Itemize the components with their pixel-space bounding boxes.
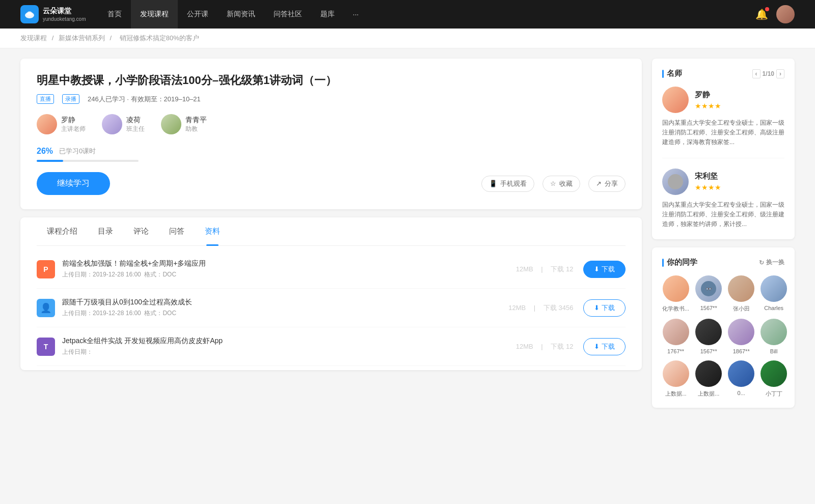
share-label: 分享 [605, 179, 618, 188]
nav-news[interactable]: 新闻资讯 [218, 0, 264, 29]
teacher-sidebar-1: 宋利坚 ★★★★ 国内某重点大学安全工程专业硕士，国家一级注册消防工程师、注册安… [662, 169, 784, 230]
download-button-0[interactable]: ⬇ 下载 [583, 261, 626, 278]
next-page-icon[interactable]: › [776, 69, 784, 78]
teacher-role-1: 班主任 [126, 125, 145, 133]
teacher-sidebar-desc-0: 国内某重点大学安全工程专业硕士，国家一级注册消防工程师、注册安全工程师、高级注册… [662, 118, 784, 148]
course-title: 明星中教授课，小学阶段语法100分–强化级第1讲动词（一） [37, 73, 626, 88]
nav-right: 🔔 [755, 5, 795, 23]
student-3[interactable]: Charles [760, 275, 787, 313]
tab-review[interactable]: 评论 [123, 217, 159, 245]
nav-open[interactable]: 公开课 [178, 0, 218, 29]
resource-title-2: Jetpack全组件实战 开发短视频应用高仿皮皮虾App [62, 337, 506, 346]
student-2[interactable]: 张小田 [728, 275, 754, 313]
nav-items: 首页 发现课程 公开课 新闻资讯 问答社区 题库 ··· [98, 0, 755, 29]
student-name-11: 小丁丁 [760, 390, 787, 398]
student-name-7: Bill [760, 348, 787, 354]
nav-more[interactable]: ··· [344, 0, 368, 29]
favorite-button[interactable]: ☆ 收藏 [542, 176, 580, 192]
student-avatar-2 [728, 275, 754, 302]
resource-title-0: 前端全栈加强版！前端全栈+全周期+多端应用 [62, 259, 506, 268]
student-11[interactable]: 小丁丁 [760, 360, 787, 398]
student-5[interactable]: 1567** [695, 319, 722, 354]
student-name-8: 上数据... [662, 390, 689, 398]
refresh-students-button[interactable]: ↻ 换一换 [759, 258, 784, 267]
student-avatar-10 [728, 360, 754, 387]
student-name-2: 张小田 [728, 305, 754, 313]
resource-stats-1: 12MB | 下载 3456 [505, 303, 576, 313]
student-avatar-1: 👓 [695, 275, 722, 302]
nav-qa[interactable]: 问答社区 [264, 0, 311, 29]
student-6[interactable]: 1867** [728, 319, 754, 354]
student-avatar-3 [760, 275, 787, 302]
student-7[interactable]: Bill [760, 319, 787, 354]
logo[interactable]: 云朵课堂 yunduoketang.com [20, 5, 86, 23]
teacher-sidebar-stars-1: ★★★★ [695, 183, 721, 191]
tabs-section: 课程介绍 目录 评论 问答 资料 P 前端全栈加强版！前端全栈+全周期+多端应用… [20, 217, 642, 370]
student-name-10: 0... [728, 390, 754, 396]
share-button[interactable]: ↗ 分享 [588, 176, 626, 192]
tab-qa[interactable]: 问答 [159, 217, 195, 245]
mobile-icon: 📱 [489, 180, 497, 187]
student-4[interactable]: 1767** [662, 319, 689, 354]
resource-icon-2: T [37, 338, 55, 356]
student-9[interactable]: 上数据... [695, 360, 722, 398]
teachers-row: 罗静 主讲老师 凌荷 班主任 [37, 114, 626, 134]
tabs: 课程介绍 目录 评论 问答 资料 [37, 217, 626, 246]
teacher-name-1: 凌荷 [126, 116, 145, 125]
teacher-sidebar-desc-1: 国内某重点大学安全工程专业硕士，国家一级注册消防工程师、注册安全工程师、级注册建… [662, 200, 784, 230]
teacher-sidebar-0: 罗静 ★★★★ 国内某重点大学安全工程专业硕士，国家一级注册消防工程师、注册安全… [662, 87, 784, 158]
teacher-avatar-2 [161, 114, 181, 134]
mobile-watch-label: 手机观看 [500, 179, 527, 188]
progress-desc: 已学习0课时 [59, 147, 96, 156]
student-name-4: 1767** [662, 348, 689, 354]
mobile-watch-button[interactable]: 📱 手机观看 [481, 176, 534, 192]
student-10[interactable]: 0... [728, 360, 754, 398]
student-avatar-0 [663, 275, 689, 302]
tag-live: 直播 [37, 94, 54, 104]
teachers-pagination[interactable]: ‹ 1/10 › [752, 69, 784, 78]
teacher-sidebar-name-0: 罗静 [695, 90, 721, 100]
resource-meta-2: 上传日期： [62, 348, 506, 356]
nav-discover[interactable]: 发现课程 [131, 0, 178, 29]
student-0[interactable]: 化学教书... [662, 275, 689, 313]
refresh-label: 换一换 [766, 258, 784, 267]
page-indicator: 1/10 [763, 70, 774, 77]
tab-toc[interactable]: 目录 [88, 217, 123, 245]
notification-bell[interactable]: 🔔 [755, 8, 768, 20]
download-button-1[interactable]: ⬇ 下载 [583, 299, 626, 317]
teacher-sidebar-header-0: 罗静 ★★★★ [662, 87, 784, 113]
navbar: 云朵课堂 yunduoketang.com 首页 发现课程 公开课 新闻资讯 问… [0, 0, 815, 29]
nav-quiz[interactable]: 题库 [311, 0, 344, 29]
prev-page-icon[interactable]: ‹ [752, 69, 760, 78]
student-8[interactable]: 上数据... [662, 360, 689, 398]
star-icon: ☆ [550, 180, 556, 187]
breadcrumb-discover[interactable]: 发现课程 [20, 34, 47, 42]
teacher-0: 罗静 主讲老师 [37, 114, 86, 134]
tag-record: 录播 [62, 94, 79, 104]
resource-title-1: 跟随千万级项目从0到100全过程高效成长 [62, 298, 498, 307]
resource-item-0: P 前端全栈加强版！前端全栈+全周期+多端应用 上传日期：2019-12-28 … [37, 250, 626, 289]
breadcrumb-series[interactable]: 新媒体营销系列 [59, 34, 105, 42]
teachers-sidebar-title: 名师 ‹ 1/10 › [662, 69, 784, 78]
teacher-sidebar-header-1: 宋利坚 ★★★★ [662, 169, 784, 195]
progress-pct: 26% [37, 147, 53, 156]
user-avatar-nav[interactable] [776, 5, 795, 23]
student-1[interactable]: 👓 1567** [695, 275, 722, 313]
student-avatar-4 [663, 319, 689, 345]
resource-item-2: T Jetpack全组件实战 开发短视频应用高仿皮皮虾App 上传日期： 12M… [37, 327, 626, 366]
teacher-info-2: 青青平 助教 [185, 116, 207, 133]
favorite-label: 收藏 [559, 179, 573, 188]
tab-resources[interactable]: 资料 [195, 217, 230, 245]
continue-button[interactable]: 继续学习 [37, 172, 110, 195]
download-button-2[interactable]: ⬇ 下载 [583, 338, 626, 355]
svg-point-2 [28, 11, 32, 14]
tab-intro[interactable]: 课程介绍 [37, 217, 88, 245]
nav-home[interactable]: 首页 [98, 0, 131, 29]
students-sidebar-card: 你的同学 ↻ 换一换 化学教书... 👓 1567** [652, 247, 795, 408]
teacher-name-2: 青青平 [185, 116, 207, 125]
logo-icon [20, 5, 39, 23]
breadcrumb-current: 销冠修炼术搞定80%的客户 [120, 34, 199, 42]
student-avatar-6 [728, 319, 754, 345]
resource-info-1: 跟随千万级项目从0到100全过程高效成长 上传日期：2019-12-28 16:… [62, 298, 498, 318]
student-name-3: Charles [760, 305, 787, 311]
